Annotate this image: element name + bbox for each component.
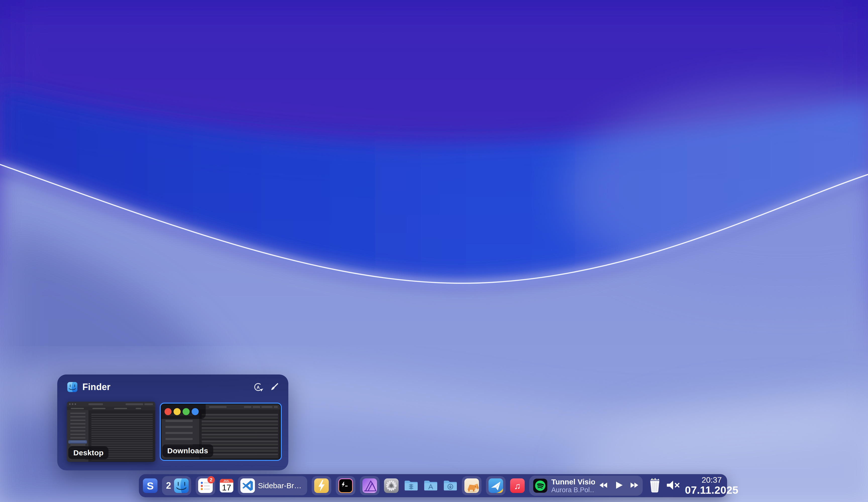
s-app-icon[interactable]: S [143,478,157,493]
playback-controls [599,481,639,490]
sidebar-selected-item [68,440,87,443]
finder-window-count: 2 [165,480,171,491]
switcher-header-actions: A [253,382,279,392]
dock-item-terminal[interactable] [336,476,355,495]
window-controls-overlay [162,404,206,419]
stack-folder-icon[interactable] [403,478,418,493]
svg-text:A: A [257,385,260,390]
calendar-day: 17 [220,483,233,492]
finder-icon[interactable] [174,478,189,493]
desktop: Finder A [0,0,868,502]
window-label-downloads: Downloads [162,444,213,457]
spark-mail-icon[interactable] [488,478,503,493]
spotify-icon[interactable] [533,479,547,493]
dock-clock[interactable]: 20:37 07.11.2025 [685,475,740,496]
finder-window-switcher-popup: Finder A [57,375,288,470]
thumbnail-column-headers [67,407,155,410]
dock-item-finder[interactable]: 2 [162,476,191,495]
track-artist: Aurora B.Pol… [551,486,595,494]
fullscreen-window-button[interactable] [192,408,199,415]
origami-elephant-icon[interactable] [464,478,479,493]
previous-track-icon[interactable] [599,481,609,490]
dock: S 2 [139,474,727,497]
system-settings-icon[interactable] [384,478,399,493]
applications-folder-icon[interactable] [423,478,438,493]
reminders-badge: 2 [207,476,215,483]
next-track-icon[interactable] [629,481,639,490]
terminal-icon[interactable] [338,478,353,493]
clock-date: 07.11.2025 [685,484,738,496]
affinity-photo-icon[interactable] [362,478,377,493]
lightning-icon[interactable] [314,478,329,493]
window-preview-downloads[interactable]: Downloads [160,402,282,461]
now-playing-widget[interactable]: Tunnel Vision Aurora B.Pol… [529,475,643,496]
play-icon[interactable] [614,481,623,490]
switcher-header: Finder A [67,381,279,393]
volume-muted-icon[interactable] [666,479,680,492]
dock-item-vscode[interactable]: Sidebar-Bri… [238,476,307,495]
trash-icon[interactable] [647,477,661,494]
svg-text:♫: ♫ [514,481,521,491]
dock-item-affinity-photo[interactable] [360,476,380,495]
dock-item-reminders[interactable]: 2 [196,476,215,495]
switcher-app-title: Finder [82,382,111,392]
paintbrush-icon[interactable] [269,382,279,392]
now-playing-text: Tunnel Vision Aurora B.Pol… [551,478,595,494]
vscode-icon[interactable] [240,478,255,493]
dock-item-origami-elephant-app[interactable] [462,476,482,495]
svg-text:S: S [147,480,154,492]
dock-item-spark-mail[interactable] [486,476,506,495]
finder-app-icon [67,382,78,392]
close-window-button[interactable] [165,408,172,415]
window-label-desktop: Desktop [68,446,108,459]
apple-music-icon[interactable]: ♫ [510,478,525,493]
downloads-folder-icon[interactable] [442,478,457,493]
window-preview-desktop[interactable]: Desktop [67,401,155,462]
reminders-icon[interactable]: 2 [198,478,213,493]
clock-time: 20:37 [685,475,738,484]
zoom-window-button[interactable] [183,408,190,415]
track-title: Tunnel Vision [551,478,595,486]
calendar-month: JUL [220,479,233,483]
minimize-window-button[interactable] [174,408,180,415]
calendar-icon[interactable]: JUL 17 [220,479,233,492]
dock-item-lightning-app[interactable] [312,476,331,495]
vscode-window-title: Sidebar-Bri… [258,481,304,490]
cycle-windows-icon[interactable]: A [253,382,263,392]
thumbnail-titlebar [67,401,155,407]
